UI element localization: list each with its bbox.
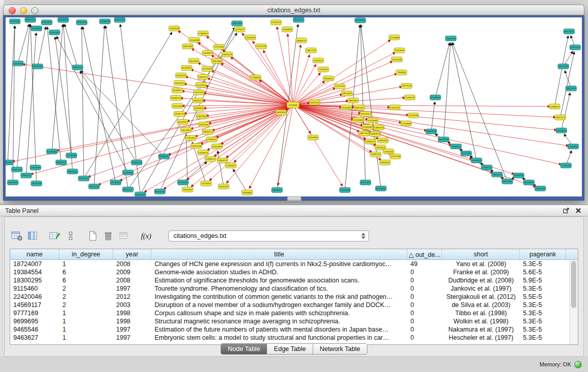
cell-title[interactable]: Corpus callosum shape and size in male p…: [151, 309, 407, 317]
graph-node[interactable]: 1419014: [198, 150, 208, 155]
graph-node[interactable]: 1841173: [555, 115, 565, 120]
table-row[interactable]: 1938455462009Genome-wide association stu…: [10, 268, 578, 276]
float-panel-icon[interactable]: [561, 207, 571, 215]
cell-out_degree[interactable]: 0: [407, 293, 442, 301]
graph-node[interactable]: 9552217: [123, 187, 134, 192]
table-row[interactable]: 1872400712008Changes of HCN gene express…: [10, 260, 578, 268]
graph-node[interactable]: 1427512: [193, 90, 204, 95]
graph-node[interactable]: 1816491: [341, 105, 352, 110]
graph-node[interactable]: 1664091: [282, 27, 293, 32]
graph-node[interactable]: 1936711: [174, 112, 185, 117]
graph-node[interactable]: 7635041: [182, 187, 193, 192]
graph-node[interactable]: 1407491: [196, 114, 207, 119]
graph-node[interactable]: 1830212: [450, 144, 461, 149]
graph-node[interactable]: 1272512: [195, 82, 206, 87]
cell-short[interactable]: Franke et al. (2009): [442, 268, 520, 276]
graph-node[interactable]: 1925107: [174, 80, 185, 85]
graph-node[interactable]: 1824070: [58, 17, 69, 23]
graph-node[interactable]: 9551230: [502, 179, 513, 184]
graph-node[interactable]: 1843151: [565, 86, 576, 91]
cell-pagerank[interactable]: 5.3E-5: [520, 309, 566, 317]
cell-short[interactable]: Dudbridge et al. (2008): [442, 276, 520, 285]
graph-node[interactable]: 1420047: [202, 51, 213, 56]
graph-node[interactable]: 1769341: [206, 137, 217, 142]
table-row[interactable]: 1830029562008Estimation of significance …: [10, 276, 578, 285]
graph-node[interactable]: 1514469: [401, 121, 411, 126]
graph-node[interactable]: 1877510: [401, 83, 412, 89]
column-header-pagerank[interactable]: pagerank: [520, 249, 566, 259]
graph-node[interactable]: 1007427: [354, 105, 365, 110]
cell-pagerank[interactable]: 5.5E-5: [520, 293, 566, 301]
graph-node[interactable]: 1951506: [211, 58, 222, 63]
graph-node[interactable]: 1650312: [72, 65, 83, 70]
graph-node[interactable]: 1853318: [191, 143, 202, 148]
cell-pagerank[interactable]: 5.3E-5: [520, 260, 566, 268]
cell-out_degree[interactable]: 49: [407, 260, 442, 268]
graph-node[interactable]: 1635447: [218, 184, 229, 189]
graph-node[interactable]: 1402257: [41, 20, 52, 25]
cell-short[interactable]: de Silva et al. (2003): [442, 301, 520, 309]
cell-year[interactable]: 2003: [113, 301, 151, 309]
graph-node[interactable]: 1584151: [371, 152, 381, 157]
graph-node[interactable]: 1725442: [185, 136, 196, 141]
graph-node[interactable]: 1161642: [353, 118, 364, 123]
graph-node[interactable]: 1760115: [482, 165, 492, 170]
graph-node[interactable]: 1321631: [360, 112, 371, 117]
cell-pagerank[interactable]: 5.3E-5: [520, 325, 566, 334]
cell-short[interactable]: Nakamura et al. (1997): [442, 325, 520, 334]
cell-out_degree[interactable]: 0: [407, 276, 442, 285]
graph-node[interactable]: 1835915: [193, 106, 204, 111]
graph-node[interactable]: 1905214: [132, 160, 142, 165]
column-header-year[interactable]: year: [113, 249, 151, 259]
cell-title[interactable]: Investigating the contribution of common…: [151, 293, 407, 301]
graph-node[interactable]: 1595812: [549, 104, 560, 109]
cell-pagerank[interactable]: 5.3E-5: [520, 301, 566, 309]
graph-node[interactable]: 1920113: [192, 98, 203, 103]
cell-name[interactable]: 19384554: [10, 268, 59, 276]
cell-out_degree[interactable]: 0: [407, 268, 442, 276]
tab-node-table[interactable]: Node Table: [221, 344, 267, 354]
table-settings-icon[interactable]: [10, 230, 24, 242]
close-window-button[interactable]: [9, 7, 16, 14]
cell-in_degree[interactable]: 2: [59, 293, 113, 301]
graph-node[interactable]: 1103054: [568, 144, 578, 149]
cell-name[interactable]: 9777169: [10, 309, 59, 317]
table-vertical-scrollbar[interactable]: [570, 260, 578, 344]
cell-year[interactable]: 1997: [113, 325, 151, 334]
graph-node[interactable]: 1720654: [556, 128, 567, 133]
table-select-dropdown[interactable]: citations_edges.txt: [168, 230, 369, 242]
graph-node[interactable]: 9724001: [31, 26, 42, 31]
graph-node[interactable]: 1844710: [135, 192, 146, 196]
cell-in_degree[interactable]: 2: [59, 285, 113, 293]
graph-node[interactable]: 9213141: [461, 151, 471, 156]
cell-short[interactable]: Wolkin et al. (1998): [442, 317, 520, 325]
graph-node[interactable]: 1186021: [205, 157, 215, 162]
graph-node[interactable]: 1075319: [31, 181, 42, 186]
cell-name[interactable]: 9465546: [10, 325, 59, 334]
graph-node[interactable]: 1627242: [558, 64, 569, 69]
cell-name[interactable]: 14569117: [10, 301, 59, 309]
cell-year[interactable]: 1997: [113, 285, 151, 293]
graph-node[interactable]: 9679192: [438, 137, 449, 142]
graph-node[interactable]: 1850212: [170, 96, 181, 101]
graph-node[interactable]: 9952411: [25, 17, 36, 23]
graph-node[interactable]: 1844204: [513, 173, 524, 178]
graph-node[interactable]: 9505135: [12, 167, 23, 172]
cell-in_degree[interactable]: 1: [59, 309, 113, 317]
cell-year[interactable]: 1997: [113, 334, 151, 342]
graph-node[interactable]: 1123418: [390, 154, 401, 159]
graph-node[interactable]: 1103520: [10, 19, 20, 24]
graph-node[interactable]: 9905013: [56, 160, 67, 165]
graph-node[interactable]: 1453445: [308, 135, 318, 140]
graph-node[interactable]: 1230204: [123, 170, 134, 175]
column-header-title[interactable]: title: [151, 249, 407, 259]
graph-node[interactable]: 1851104: [360, 180, 371, 185]
graph-node[interactable]: 9724118: [78, 176, 89, 181]
graph-node[interactable]: 1841023: [471, 158, 482, 163]
network-canvas[interactable]: 97240B1125439118801212260581841104127534…: [6, 17, 582, 196]
cell-title[interactable]: Structural magnetic resonance image aver…: [151, 317, 407, 325]
graph-node[interactable]: 9154691: [430, 95, 441, 100]
graph-node[interactable]: 1973438: [391, 57, 402, 62]
import-table-icon[interactable]: [117, 230, 131, 242]
graph-node[interactable]: 1830022: [276, 110, 287, 115]
